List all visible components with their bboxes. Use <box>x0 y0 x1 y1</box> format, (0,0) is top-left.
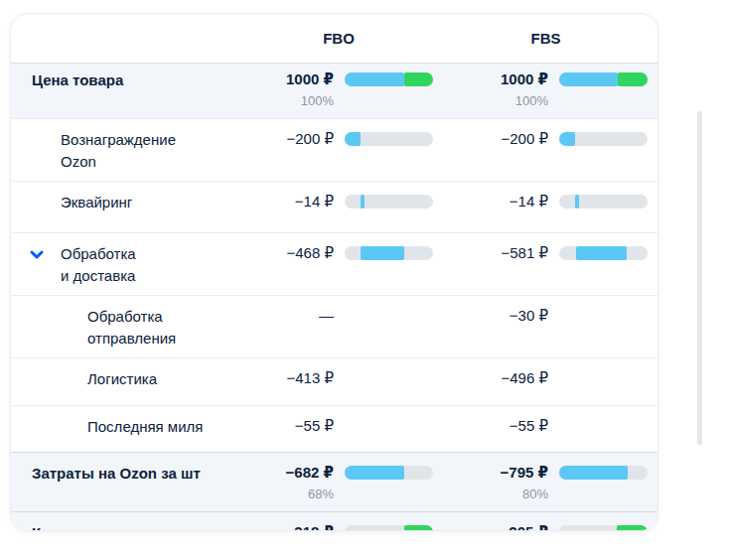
fbo-bar-track <box>345 466 433 480</box>
row-label: Логистика <box>11 368 233 390</box>
row-label: К начислению за товар <box>11 522 233 531</box>
row-label: Эквайринг <box>11 192 233 213</box>
column-header-fbs: FBS <box>444 30 648 47</box>
fbo-bar-track <box>345 72 433 86</box>
fbs-amount: −795 ₽ <box>444 463 548 483</box>
table-row-shipment-processing: Обработка отправления — −30 ₽ <box>11 295 658 357</box>
row-label: Обработка отправления <box>11 306 233 350</box>
table-row-processing-delivery[interactable]: Обработка и доставка −468 ₽ −581 ₽ <box>11 232 658 295</box>
fbs-amount: −14 ₽ <box>444 192 548 211</box>
fbo-amount: −413 ₽ <box>244 368 334 388</box>
fbs-amount: −55 ₽ <box>444 416 548 436</box>
fbo-bar-track <box>345 132 433 146</box>
fbo-amount: 1000 ₽ <box>244 70 334 89</box>
row-label: Последняя миля <box>11 416 233 438</box>
fbs-bar-track <box>559 246 648 260</box>
fbo-amount: −14 ₽ <box>244 192 334 211</box>
fbo-amount: — <box>244 306 334 326</box>
fbs-amount-cell: 1000 ₽ 100% <box>444 70 548 110</box>
table-row-last-mile: Последняя миля −55 ₽ −55 ₽ <box>11 405 658 452</box>
fbs-bar-track <box>559 195 648 209</box>
scrollbar-thumb[interactable] <box>697 111 702 445</box>
fbs-bar-track <box>559 132 648 146</box>
fbs-amount: 205 ₽ <box>444 522 548 531</box>
fbo-bar-track <box>345 246 433 260</box>
fbs-percent: 100% <box>444 91 548 110</box>
table-row-accrual: К начислению за товар 318 ₽ 32% 205 ₽ 20… <box>11 511 658 531</box>
table-row-logistics: Логистика −413 ₽ −496 ₽ <box>11 357 658 405</box>
table-header: FBO FBS <box>11 14 658 63</box>
fbs-bar-track <box>559 466 648 480</box>
fbo-amount: −468 ₽ <box>244 243 334 263</box>
fbo-amount: 318 ₽ <box>244 522 334 531</box>
fbs-amount: −496 ₽ <box>444 368 548 388</box>
fbs-bar-track <box>559 525 648 531</box>
fbs-amount: 1000 ₽ <box>444 70 548 89</box>
fbs-percent: 80% <box>444 485 548 503</box>
calculator-table-card: FBO FBS Цена товара 1000 ₽ 100% 1000 ₽ 1… <box>10 13 658 531</box>
fbs-bar-track <box>559 72 648 86</box>
table-row-price: Цена товара 1000 ₽ 100% 1000 ₽ 100% <box>11 63 658 118</box>
row-label: Обработка и доставка <box>11 243 233 287</box>
fbo-percent: 100% <box>244 91 334 110</box>
fbs-amount: −200 ₽ <box>444 129 548 149</box>
fbo-amount: −200 ₽ <box>244 129 334 149</box>
fbo-amount: −682 ₽ <box>244 463 334 483</box>
table-row-ozon-costs: Затраты на Ozon за шт −682 ₽ 68% −795 ₽ … <box>11 452 658 511</box>
fbo-percent: 68% <box>244 485 334 503</box>
row-label: Цена товара <box>11 70 233 91</box>
column-header-fbo: FBO <box>244 30 433 47</box>
row-label: Затраты на Ozon за шт <box>11 463 233 485</box>
fbs-amount: −30 ₽ <box>444 306 548 326</box>
table-row-acquiring: Эквайринг −14 ₽ −14 ₽ <box>11 181 658 232</box>
table-row-commission: Вознаграждение Ozon −200 ₽ −200 ₽ <box>11 118 658 181</box>
fbo-bar-track <box>345 195 433 209</box>
fbo-amount: −55 ₽ <box>244 416 334 436</box>
row-label: Вознаграждение Ozon <box>11 129 233 173</box>
fbo-bar-track <box>345 525 433 531</box>
fbs-amount: −581 ₽ <box>444 243 548 263</box>
chevron-down-icon[interactable] <box>30 250 44 259</box>
fbo-amount-cell: 1000 ₽ 100% <box>244 70 334 110</box>
